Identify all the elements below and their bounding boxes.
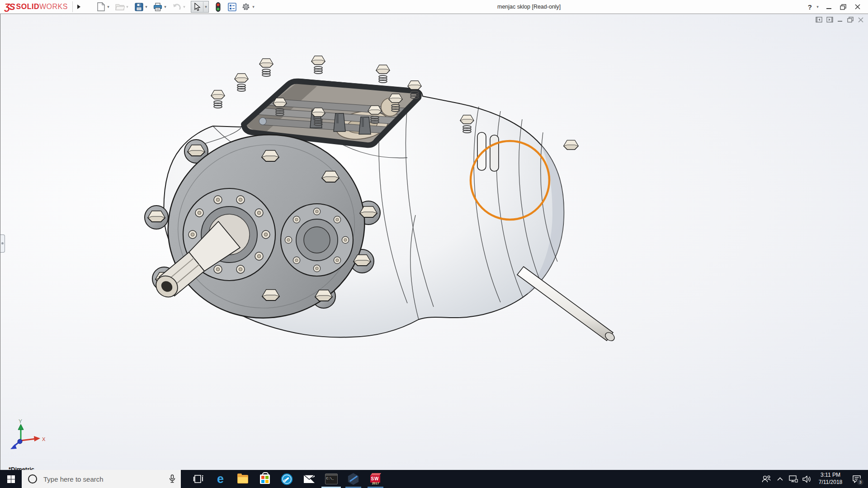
gearbox-model: [0, 14, 868, 470]
display-options-icon: [228, 3, 236, 11]
task-view-icon: [193, 474, 204, 484]
wrench-circle-icon: [281, 473, 293, 485]
tray-chevron-button[interactable]: [773, 470, 787, 488]
3d-viewport[interactable]: Y X *Dimetric: [0, 14, 868, 470]
display-options-button[interactable]: [227, 2, 237, 12]
quick-access-toolbar: ▾ ▾ ▾: [96, 1, 260, 12]
traffic-light-icon: [216, 2, 221, 12]
close-button[interactable]: [852, 2, 863, 12]
taskbar-service-app[interactable]: [276, 470, 298, 488]
window-controls: ? ▾: [807, 0, 863, 14]
open-dropdown[interactable]: ▾: [125, 5, 130, 9]
edge-icon: e: [217, 473, 224, 485]
network-button[interactable]: [787, 470, 800, 488]
system-tray: 3:11 PM 7/11/2018 3: [760, 470, 868, 488]
menu-flyout-button[interactable]: [75, 2, 83, 12]
network-icon: [789, 475, 798, 483]
axis-label-x: X: [42, 436, 46, 442]
tray-date: 7/11/2018: [819, 479, 843, 485]
open-folder-icon: [115, 3, 125, 11]
store-icon: [260, 474, 270, 484]
gear-icon: [241, 2, 250, 11]
close-icon: [855, 4, 860, 9]
save-button[interactable]: [134, 2, 144, 12]
secondary-bearing-cover: [281, 204, 353, 276]
taskbar-command-prompt[interactable]: C:\_: [320, 470, 342, 488]
new-document-dropdown[interactable]: ▾: [106, 5, 111, 9]
undo-dropdown[interactable]: ▾: [182, 5, 187, 9]
tray-time: 3:11 PM: [821, 472, 840, 478]
select-tool-active[interactable]: ▾: [191, 1, 209, 13]
volume-button[interactable]: [800, 470, 814, 488]
select-cursor-icon: [194, 3, 201, 11]
logo-text-solid: SOLID: [16, 3, 39, 11]
logo-text-works: WORKS: [39, 3, 68, 11]
cortana-icon: [28, 474, 37, 483]
chevron-up-icon: [777, 477, 783, 481]
divider: [72, 1, 73, 12]
taskbar-solidworks[interactable]: SW 2017: [364, 470, 387, 488]
window-title: menjac sklop [Read-only]: [497, 4, 561, 10]
restore-button[interactable]: [837, 2, 849, 12]
restore-icon: [840, 4, 846, 10]
input-shaft: [517, 267, 613, 341]
select-dropdown[interactable]: ▾: [203, 2, 208, 12]
mail-icon: [303, 474, 315, 483]
minimize-button[interactable]: [823, 2, 835, 12]
taskbar-hexagon-app[interactable]: [342, 470, 364, 488]
save-dropdown[interactable]: ▾: [144, 5, 149, 9]
help-button[interactable]: ?: [807, 3, 812, 11]
taskbar-mail[interactable]: [298, 470, 320, 488]
print-button[interactable]: [153, 2, 163, 12]
taskbar-apps: e C: [187, 470, 387, 488]
taskbar: e C: [0, 470, 868, 488]
speaker-icon: [802, 475, 811, 483]
open-button[interactable]: [115, 2, 125, 12]
file-explorer-icon: [237, 475, 248, 483]
print-icon: [153, 3, 162, 11]
axis-label-y: Y: [19, 418, 22, 425]
taskbar-search[interactable]: [22, 470, 181, 488]
reference-triad: Y X: [4, 415, 54, 460]
new-document-icon: [97, 2, 105, 11]
hexagon-app-icon: [348, 473, 359, 485]
people-button[interactable]: [760, 470, 773, 488]
start-button[interactable]: [0, 470, 22, 488]
solidworks-2017-icon: SW 2017: [370, 473, 381, 485]
task-view-button[interactable]: [187, 470, 209, 488]
tray-clock[interactable]: 3:11 PM 7/11/2018: [816, 472, 844, 486]
undo-icon: [172, 3, 181, 10]
solidworks-logo: ƷS SOLIDWORKS: [5, 1, 83, 12]
people-icon: [762, 475, 771, 483]
taskbar-file-explorer[interactable]: [231, 470, 254, 488]
minimize-icon: [826, 8, 831, 9]
settings-dropdown[interactable]: ▾: [251, 5, 256, 9]
action-center-button[interactable]: 3: [849, 470, 864, 488]
titlebar: ƷS SOLIDWORKS ▾ ▾: [0, 0, 868, 14]
settings-button[interactable]: [241, 2, 251, 12]
notification-badge: 3: [857, 479, 864, 486]
taskbar-edge[interactable]: e: [209, 470, 231, 488]
help-dropdown[interactable]: ▾: [815, 5, 820, 9]
rebuild-traffic-light-button[interactable]: [213, 2, 223, 12]
windows-logo-icon: [7, 475, 15, 483]
new-document-button[interactable]: [96, 2, 106, 12]
print-dropdown[interactable]: ▾: [163, 5, 168, 9]
undo-button[interactable]: [172, 2, 182, 12]
microphone-icon[interactable]: [169, 474, 175, 485]
command-prompt-icon: C:\_: [325, 474, 338, 484]
solidworks-logo-glyph: ƷS: [5, 2, 14, 12]
taskbar-store[interactable]: [254, 470, 276, 488]
flyout-arrow-icon: [77, 5, 80, 9]
search-input[interactable]: [42, 475, 153, 483]
save-icon: [135, 3, 143, 11]
